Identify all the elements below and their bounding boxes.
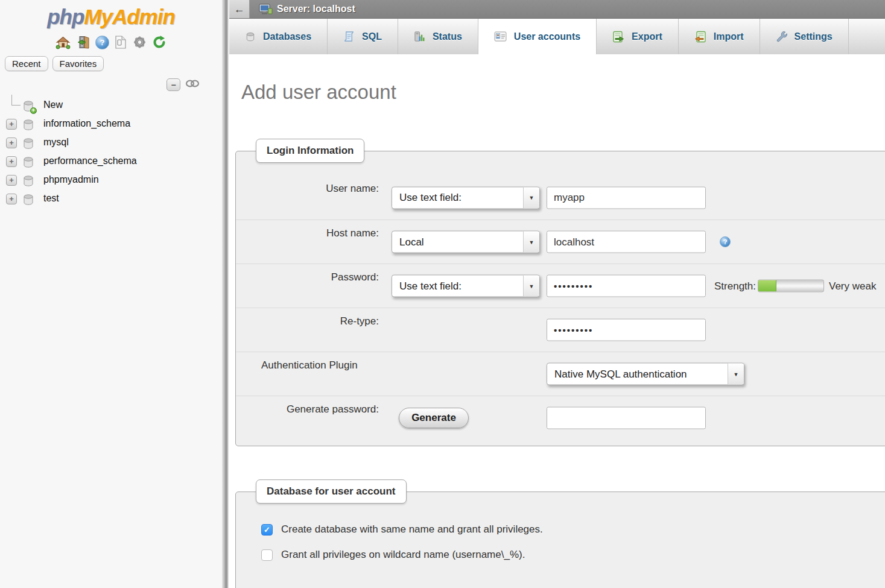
username-input[interactable]	[547, 186, 706, 209]
logo-php-text: php	[47, 5, 84, 28]
phpmyadmin-logo[interactable]: phpMyAdmin	[0, 0, 222, 29]
expand-icon[interactable]: +	[6, 175, 17, 186]
tab-label: Databases	[263, 31, 311, 42]
generated-password-input[interactable]	[547, 407, 706, 429]
settings-icon[interactable]	[132, 35, 147, 49]
hostname-help-icon[interactable]: ?	[720, 236, 731, 247]
sidebar-toolbar: ?	[0, 34, 222, 50]
hostname-label: Host name:	[261, 227, 379, 239]
status-icon	[414, 31, 425, 42]
password-row: Password: Use text field: ▼ Strength: Ve…	[236, 264, 885, 308]
reload-icon[interactable]	[152, 35, 167, 49]
tab-label: Export	[632, 31, 662, 42]
fieldset-legend: Login Information	[256, 139, 364, 163]
settings-wrench-icon	[776, 31, 787, 42]
create-db-checkbox-row[interactable]: Create database with same name and grant…	[261, 523, 885, 536]
grant-wildcard-checkbox-row[interactable]: Grant all privileges on wildcard name (u…	[261, 549, 885, 561]
auth-plugin-select[interactable]: Native MySQL authentication ▼	[547, 363, 744, 385]
tree-item-label: test	[43, 193, 59, 204]
auth-plugin-row: Authentication Plugin Native MySQL authe…	[236, 352, 885, 396]
database-icon	[22, 156, 35, 169]
sql-icon	[343, 31, 355, 42]
strength-meter	[758, 280, 824, 292]
tab-sql[interactable]: SQL	[328, 19, 398, 54]
tab-label: Import	[714, 31, 744, 42]
select-value: Native MySQL authentication	[554, 368, 687, 380]
retype-row: Re-type:	[236, 308, 885, 352]
password-strength: Strength: Very weak	[714, 280, 876, 292]
collapse-all-icon[interactable]: −	[167, 78, 180, 91]
retype-label: Re-type:	[261, 315, 379, 327]
main-tab-bar: Databases SQL	[229, 19, 885, 54]
tab-label: SQL	[362, 31, 382, 42]
tree-item-information-schema[interactable]: + information_schema	[0, 115, 222, 134]
logo-myadmin-text: MyAdmin	[84, 5, 175, 28]
hostname-type-select[interactable]: Local ▼	[392, 231, 540, 253]
database-tree: + New + information_schema + mysql +	[0, 96, 222, 209]
database-icon	[22, 174, 35, 188]
tab-status[interactable]: Status	[398, 19, 478, 54]
favorites-button[interactable]: Favorites	[52, 56, 104, 71]
checkbox-label: Grant all privileges on wildcard name (u…	[281, 549, 525, 561]
username-row: User name: Use text field: ▼	[236, 175, 885, 220]
database-icon	[22, 118, 35, 131]
strength-text: Very weak	[829, 280, 876, 292]
expand-icon[interactable]: +	[6, 138, 17, 148]
tree-item-label: mysql	[43, 137, 69, 148]
strength-fill	[758, 280, 776, 292]
create-db-checkbox[interactable]	[261, 524, 273, 536]
username-type-select[interactable]: Use text field: ▼	[392, 186, 540, 209]
home-icon[interactable]	[56, 35, 71, 49]
tab-databases[interactable]: Databases	[229, 19, 328, 54]
tree-item-test[interactable]: + test	[0, 190, 222, 209]
tab-user-accounts[interactable]: User accounts	[478, 19, 597, 54]
expand-icon[interactable]: +	[6, 119, 17, 130]
tree-connector	[11, 95, 21, 106]
tree-item-label: performance_schema	[43, 156, 137, 166]
fieldset-legend: Database for user account	[256, 479, 407, 504]
export-icon	[612, 31, 624, 43]
expand-icon[interactable]: +	[6, 156, 17, 167]
tree-item-phpmyadmin[interactable]: + phpmyadmin	[0, 171, 222, 190]
tree-item-performance-schema[interactable]: + performance_schema	[0, 153, 222, 171]
hostname-input[interactable]	[547, 231, 706, 253]
tab-label: User accounts	[514, 31, 580, 42]
chevron-down-icon: ▼	[523, 232, 539, 253]
logout-icon[interactable]	[75, 35, 90, 49]
plus-badge-icon: +	[30, 107, 37, 114]
retype-password-input[interactable]	[547, 319, 706, 341]
link-with-main-panel-icon[interactable]	[185, 79, 200, 90]
generate-password-label: Generate password:	[261, 403, 379, 416]
tab-import[interactable]: Import	[679, 19, 760, 54]
navigation-sidebar: phpMyAdmin ?	[0, 0, 222, 588]
tab-label: Settings	[795, 31, 833, 42]
tab-label: Status	[433, 31, 462, 42]
username-label: User name:	[261, 183, 379, 195]
main-panel: ← Server: localhost Databases	[229, 0, 885, 588]
navigation-filters: Recent Favorites	[5, 56, 222, 71]
import-icon	[694, 31, 706, 43]
tree-item-label: New	[43, 100, 63, 110]
database-icon	[22, 193, 35, 206]
panel-resize-handle[interactable]	[222, 0, 229, 588]
chevron-down-icon: ▼	[728, 364, 744, 385]
select-value: Use text field:	[399, 192, 462, 204]
generate-button[interactable]: Generate	[399, 408, 469, 428]
docs-icon[interactable]	[114, 35, 127, 49]
hostname-row: Host name: Local ▼ ?	[236, 220, 885, 264]
back-button[interactable]: ←	[229, 0, 250, 18]
help-icon[interactable]: ?	[95, 36, 109, 49]
server-icon	[259, 4, 273, 15]
password-type-select[interactable]: Use text field: ▼	[392, 275, 540, 297]
expand-icon[interactable]: +	[6, 194, 17, 204]
password-input[interactable]	[547, 275, 706, 297]
tab-settings[interactable]: Settings	[760, 19, 849, 54]
server-breadcrumb-label[interactable]: Server: localhost	[277, 4, 355, 14]
tree-item-new[interactable]: + New	[0, 96, 222, 115]
select-value: Use text field:	[399, 280, 462, 292]
tab-export[interactable]: Export	[597, 19, 679, 54]
tree-item-mysql[interactable]: + mysql	[0, 134, 222, 153]
grant-wildcard-checkbox[interactable]	[261, 549, 273, 561]
recent-button[interactable]: Recent	[5, 56, 48, 71]
login-information-fieldset: Login Information User name: Use text fi…	[235, 151, 885, 446]
